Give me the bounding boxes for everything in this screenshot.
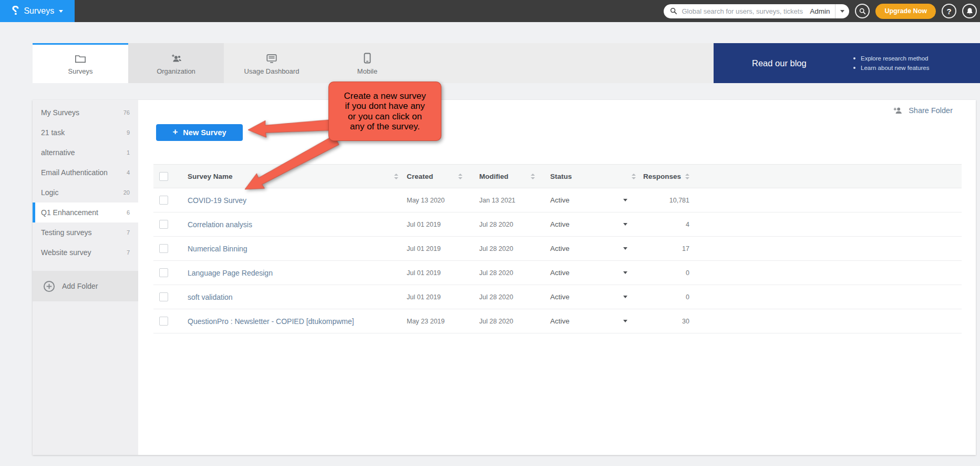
column-header-responses: Responses xyxy=(643,173,681,180)
row-checkbox[interactable] xyxy=(159,317,168,326)
global-search[interactable]: Admin xyxy=(664,4,849,18)
status-dropdown[interactable] xyxy=(623,199,627,201)
responses-cell: 17 xyxy=(642,245,699,252)
tab-organization[interactable]: Organization xyxy=(128,43,224,83)
search-scope-label: Admin xyxy=(810,7,830,15)
tab-usage-dashboard[interactable]: Usage Dashboard xyxy=(224,43,319,83)
banner-bullet-link[interactable]: Explore research method xyxy=(853,54,929,63)
survey-name-link[interactable]: Language Page Redesign xyxy=(188,269,273,277)
created-cell: Jul 01 2019 xyxy=(405,221,469,228)
chevron-down-icon xyxy=(840,10,844,13)
main-card: My Surveys 76 21 task 9 alternative 1 Em… xyxy=(33,100,976,455)
responses-cell: 10,781 xyxy=(642,197,699,204)
row-checkbox[interactable] xyxy=(159,268,168,277)
table-row: Language Page Redesign Jul 01 2019 Jul 2… xyxy=(153,261,962,285)
table-row: Correlation analysis Jul 01 2019 Jul 28 … xyxy=(153,212,962,237)
topbar-right: Admin Upgrade Now ? xyxy=(664,3,977,19)
tab-label: Surveys xyxy=(68,67,93,75)
survey-name-link[interactable]: COVID-19 Survey xyxy=(188,196,246,205)
topbar: ? Surveys Admin Upgrade Now ? xyxy=(0,0,980,22)
new-survey-button[interactable]: + New Survey xyxy=(156,124,243,141)
sidebar-item-my-surveys[interactable]: My Surveys 76 xyxy=(33,103,138,123)
status-dropdown[interactable] xyxy=(623,247,627,250)
share-folder-button[interactable]: Share Folder xyxy=(893,106,953,115)
modified-cell: Jul 28 2020 xyxy=(469,269,541,277)
search-button[interactable] xyxy=(855,4,870,18)
search-icon xyxy=(859,8,866,15)
status-dropdown[interactable] xyxy=(623,223,627,226)
notifications-button[interactable] xyxy=(962,4,977,18)
status-dropdown[interactable] xyxy=(623,320,627,322)
sort-button[interactable] xyxy=(531,174,535,179)
global-search-input[interactable] xyxy=(682,7,810,15)
blog-banner: Read our blog Explore research method Le… xyxy=(714,43,980,83)
table-row: QuestionPro : Newsletter - COPIED [dtuko… xyxy=(153,309,962,333)
sidebar-item-testing-surveys[interactable]: Testing surveys 7 xyxy=(33,222,138,242)
search-scope-dropdown[interactable] xyxy=(835,4,849,18)
created-cell: Jul 01 2019 xyxy=(405,269,469,277)
tab-surveys[interactable]: Surveys xyxy=(33,43,128,83)
tab-label: Organization xyxy=(157,67,195,75)
read-our-blog-link[interactable]: Read our blog xyxy=(752,58,844,68)
status-value: Active xyxy=(550,317,570,325)
row-checkbox[interactable] xyxy=(159,244,168,253)
modified-cell: Jan 13 2021 xyxy=(469,197,541,204)
sidebar-item-website-survey[interactable]: Website survey 7 xyxy=(33,242,138,262)
column-header-created: Created xyxy=(407,173,433,180)
mobile-icon xyxy=(364,53,371,64)
folder-count: 4 xyxy=(127,169,130,176)
tab-mobile[interactable]: Mobile xyxy=(319,43,415,83)
column-header-modified: Modified xyxy=(479,173,509,180)
survey-name-link[interactable]: QuestionPro : Newsletter - COPIED [dtuko… xyxy=(188,317,354,326)
status-value: Active xyxy=(550,293,570,301)
modified-cell: Jul 28 2020 xyxy=(469,221,541,228)
row-checkbox[interactable] xyxy=(159,220,168,229)
survey-name-link[interactable]: soft validation xyxy=(188,293,233,301)
plus-icon: + xyxy=(172,127,178,137)
sidebar-item-logic[interactable]: Logic 20 xyxy=(33,183,138,202)
add-folder-button[interactable]: Add Folder xyxy=(33,271,138,301)
product-switcher[interactable]: ? Surveys xyxy=(0,0,75,22)
banner-bullet-link[interactable]: Learn about new features xyxy=(853,63,929,73)
sidebar-item-alternative[interactable]: alternative 1 xyxy=(33,143,138,163)
survey-name-link[interactable]: Numerical Binning xyxy=(188,245,247,253)
sidebar-item-21-task[interactable]: 21 task 9 xyxy=(33,123,138,143)
bell-icon xyxy=(966,7,973,15)
status-dropdown[interactable] xyxy=(623,271,627,274)
row-checkbox[interactable] xyxy=(159,292,168,301)
tabstrip: Surveys Organization Usage Dashboard Mob… xyxy=(33,43,714,83)
survey-list-panel: + New Survey Share Folder Survey Name Cr… xyxy=(138,100,976,455)
folder-list: My Surveys 76 21 task 9 alternative 1 Em… xyxy=(33,100,138,262)
dashboard-icon xyxy=(266,53,277,64)
tutorial-callout: Create a new survey if you dont have any… xyxy=(328,82,441,141)
responses-cell: 30 xyxy=(642,318,699,325)
sidebar-item-q1-enhancement[interactable]: Q1 Enhancement 6 xyxy=(33,202,138,222)
upgrade-now-button[interactable]: Upgrade Now xyxy=(875,4,936,19)
folder-count: 7 xyxy=(127,249,130,256)
folder-count: 76 xyxy=(123,109,130,116)
row-checkbox[interactable] xyxy=(159,196,168,205)
help-button[interactable]: ? xyxy=(942,4,956,18)
organization-icon xyxy=(170,53,182,64)
folder-count: 7 xyxy=(127,229,130,236)
sort-button[interactable] xyxy=(458,174,462,179)
modified-cell: Jul 28 2020 xyxy=(469,318,541,325)
survey-name-link[interactable]: Correlation analysis xyxy=(188,220,252,229)
select-all-checkbox[interactable] xyxy=(159,172,168,181)
responses-cell: 4 xyxy=(642,221,699,228)
folder-count: 20 xyxy=(123,189,130,196)
created-cell: May 23 2019 xyxy=(405,318,469,325)
status-value: Active xyxy=(550,269,570,277)
sort-button[interactable] xyxy=(394,174,398,179)
created-cell: Jul 01 2019 xyxy=(405,245,469,252)
sidebar-item-email-authentication[interactable]: Email Authentication 4 xyxy=(33,163,138,183)
share-person-icon xyxy=(893,106,903,115)
product-label: Surveys xyxy=(24,6,54,16)
sort-button[interactable] xyxy=(685,174,689,179)
created-cell: May 13 2020 xyxy=(405,197,469,204)
status-dropdown[interactable] xyxy=(623,296,627,298)
sort-button[interactable] xyxy=(632,174,636,179)
folder-count: 1 xyxy=(127,149,130,156)
callout-text: Create a new survey if you dont have any… xyxy=(344,91,426,132)
chevron-down-icon xyxy=(59,10,63,13)
